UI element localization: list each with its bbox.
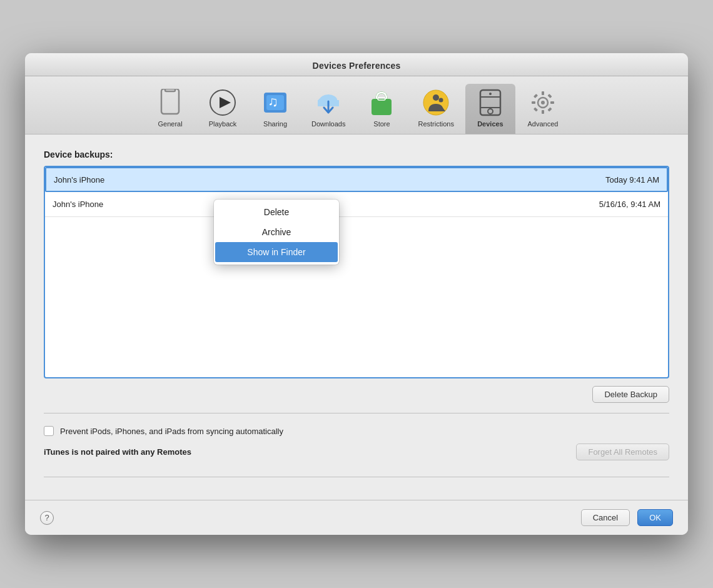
- general-icon: [156, 89, 184, 116]
- sharing-icon: ♫: [261, 89, 289, 116]
- downloads-icon: [315, 89, 342, 116]
- tab-restrictions[interactable]: Restrictions: [409, 84, 462, 134]
- context-menu-show-finder[interactable]: Show in Finder: [215, 242, 338, 262]
- divider-1: [44, 413, 669, 413]
- svg-rect-30: [533, 107, 538, 111]
- bottom-buttons: Cancel OK: [581, 509, 673, 526]
- table-row[interactable]: John's iPhone Today 9:41 AM: [45, 167, 668, 192]
- svg-point-19: [488, 109, 493, 114]
- svg-rect-12: [372, 99, 392, 115]
- playback-icon: [209, 89, 236, 116]
- svg-rect-25: [542, 110, 544, 114]
- store-icon: [368, 89, 395, 116]
- backup-date: 5/16/16, 9:41 AM: [523, 200, 660, 209]
- svg-rect-28: [533, 94, 538, 98]
- svg-rect-24: [542, 91, 544, 95]
- svg-text:♫: ♫: [268, 94, 278, 109]
- svg-rect-29: [547, 94, 552, 98]
- table-row[interactable]: John's iPhone 5/16/16, 9:41 AM: [45, 192, 668, 217]
- device-name: John's iPhone: [54, 175, 522, 185]
- remotes-text: iTunes is not paired with any Remotes: [44, 447, 191, 457]
- svg-marker-3: [220, 97, 231, 108]
- tab-playback-label: Playback: [209, 120, 237, 128]
- context-menu-delete[interactable]: Delete: [214, 202, 339, 222]
- devices-icon: [477, 89, 504, 116]
- bottom-bar: ? Cancel OK: [25, 500, 688, 535]
- divider-2: [44, 477, 669, 477]
- tab-sharing-label: Sharing: [263, 120, 287, 128]
- tab-downloads-label: Downloads: [311, 120, 345, 128]
- forget-remotes-button[interactable]: Forget All Remotes: [576, 444, 669, 460]
- tab-advanced-label: Advanced: [527, 120, 558, 128]
- tab-store-label: Store: [373, 120, 390, 128]
- preferences-window: Devices Preferences General Playback: [25, 53, 688, 535]
- advanced-icon: [529, 89, 557, 116]
- window-title: Devices Preferences: [35, 61, 678, 71]
- ok-button[interactable]: OK: [637, 509, 673, 526]
- context-menu: Delete Archive Show in Finder: [214, 200, 339, 265]
- tab-devices-label: Devices: [477, 120, 503, 128]
- svg-point-15: [433, 94, 439, 101]
- tab-advanced[interactable]: Advanced: [518, 84, 568, 134]
- svg-rect-0: [161, 89, 179, 114]
- svg-point-23: [541, 101, 545, 104]
- svg-point-18: [489, 93, 492, 95]
- svg-rect-26: [532, 101, 535, 104]
- tab-sharing[interactable]: ♫ Sharing: [250, 84, 300, 134]
- backup-date: Today 9:41 AM: [522, 175, 659, 185]
- cancel-button[interactable]: Cancel: [581, 509, 630, 526]
- backup-table: John's iPhone Today 9:41 AM John's iPhon…: [44, 166, 669, 378]
- title-bar: Devices Preferences: [25, 53, 688, 76]
- context-menu-archive[interactable]: Archive: [214, 222, 339, 242]
- tab-devices[interactable]: Devices: [465, 84, 515, 134]
- main-content: Device backups: John's iPhone Today 9:41…: [25, 134, 688, 500]
- restrictions-icon: [422, 89, 450, 116]
- delete-backup-button[interactable]: Delete Backup: [592, 386, 669, 403]
- tab-general[interactable]: General: [145, 84, 195, 134]
- options-section: Prevent iPods, iPhones, and iPads from s…: [44, 423, 669, 467]
- remotes-row: iTunes is not paired with any Remotes Fo…: [44, 444, 669, 460]
- svg-rect-27: [550, 101, 554, 104]
- prevent-syncing-checkbox[interactable]: [44, 426, 54, 436]
- delete-backup-row: Delete Backup: [44, 386, 669, 403]
- tab-general-label: General: [158, 120, 182, 128]
- svg-rect-31: [547, 107, 552, 111]
- tab-playback[interactable]: Playback: [198, 84, 248, 134]
- tab-restrictions-label: Restrictions: [418, 120, 453, 128]
- prevent-syncing-label: Prevent iPods, iPhones, and iPads from s…: [60, 427, 283, 436]
- prevent-syncing-row: Prevent iPods, iPhones, and iPads from s…: [44, 426, 669, 436]
- svg-point-16: [439, 98, 443, 103]
- toolbar: General Playback ♫: [25, 76, 688, 134]
- tab-downloads[interactable]: Downloads: [303, 84, 354, 134]
- help-button[interactable]: ?: [40, 511, 54, 525]
- section-label: Device backups:: [44, 150, 669, 160]
- tab-store[interactable]: Store: [356, 84, 407, 134]
